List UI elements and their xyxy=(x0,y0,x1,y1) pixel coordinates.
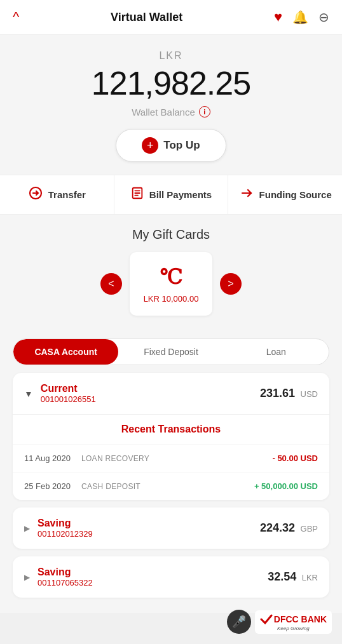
notifications-icon[interactable]: 🔔 xyxy=(292,10,308,25)
bill-payments-button[interactable]: Bill Payments xyxy=(114,175,229,214)
account-name-2: Saving xyxy=(38,518,260,529)
account-expand-icon-1: ▼ xyxy=(24,389,33,399)
balance-section: LKR 121,982.25 Wallet Balance i + Top Up xyxy=(0,35,342,175)
transaction-amount-1: - 50.00 USD xyxy=(272,453,318,463)
account-info-1: Current 001001026551 xyxy=(41,383,260,404)
account-number-1: 001001026551 xyxy=(41,394,260,404)
account-card-3: ▶ Saving 001107065322 32.54 LKR xyxy=(13,556,329,598)
dfcc-checkmark-icon xyxy=(260,613,273,626)
account-info-3: Saving 001107065322 xyxy=(38,567,268,587)
dfcc-tagline: Keep Growing xyxy=(277,626,310,631)
account-balance-1: 231.61 USD xyxy=(260,387,318,400)
tab-fixed-deposit[interactable]: Fixed Deposit xyxy=(118,339,223,365)
account-expand-icon-2: ▶ xyxy=(24,524,30,533)
header-icons: ♥ 🔔 ⊖ xyxy=(274,9,329,25)
transaction-date-2: 25 Feb 2020 xyxy=(24,481,81,491)
logout-icon[interactable]: ⊖ xyxy=(318,10,329,25)
account-info-2: Saving 001102012329 xyxy=(38,518,260,539)
transfer-button[interactable]: Transfer xyxy=(0,175,114,214)
transfer-icon xyxy=(28,185,43,204)
dfcc-brand-name: DFCC BANK xyxy=(274,615,327,624)
tab-casa-account[interactable]: CASA Account xyxy=(13,339,118,365)
transactions-panel-1: Recent Transactions 11 Aug 2020 LOAN REC… xyxy=(13,414,329,500)
funding-source-button[interactable]: Funding Source xyxy=(228,175,342,214)
gift-card-loader-icon: ℃ xyxy=(160,265,182,289)
back-button[interactable]: ^ xyxy=(13,9,19,25)
account-balance-3: 32.54 LKR xyxy=(268,570,318,584)
favorites-icon[interactable]: ♥ xyxy=(274,9,282,25)
account-name-1: Current xyxy=(41,383,260,394)
transaction-row-1: 11 Aug 2020 LOAN RECOVERY - 50.00 USD xyxy=(13,445,329,473)
gift-card[interactable]: ℃ LKR 10,000.00 xyxy=(130,252,212,316)
bill-payments-icon xyxy=(130,186,144,203)
transfer-label: Transfer xyxy=(48,189,86,200)
transaction-date-1: 11 Aug 2020 xyxy=(24,453,81,463)
account-card-2: ▶ Saving 001102012329 224.32 GBP xyxy=(13,507,329,549)
account-header-2[interactable]: ▶ Saving 001102012329 224.32 GBP xyxy=(13,507,329,549)
funding-source-icon xyxy=(239,185,254,204)
header: ^ Virtual Wallet ♥ 🔔 ⊖ xyxy=(0,0,342,35)
transaction-desc-2: CASH DEPOSIT xyxy=(81,482,254,491)
mic-button[interactable]: 🎤 xyxy=(227,610,251,634)
gift-cards-section: My Gift Cards < ℃ LKR 10,000.00 > xyxy=(0,215,342,328)
account-number-3: 001107065322 xyxy=(38,578,268,587)
account-tabs-section: CASA Account Fixed Deposit Loan xyxy=(0,328,342,365)
gift-card-amount: LKR 10,000.00 xyxy=(144,294,199,304)
page-title: Virtual Wallet xyxy=(111,11,182,24)
dfcc-brand-logo: DFCC BANK Keep Growing xyxy=(255,610,332,634)
balance-label: Wallet Balance i xyxy=(13,106,329,117)
transaction-amount-2: + 50,000.00 USD xyxy=(254,481,318,491)
gift-cards-prev-button[interactable]: < xyxy=(100,273,122,295)
account-tabs: CASA Account Fixed Deposit Loan xyxy=(13,339,329,365)
account-header-3[interactable]: ▶ Saving 001107065322 32.54 LKR xyxy=(13,556,329,598)
balance-info-icon[interactable]: i xyxy=(199,106,210,117)
footer-logo: 🎤 DFCC BANK Keep Growing xyxy=(227,610,332,634)
topup-label: Top Up xyxy=(163,139,200,152)
account-number-2: 001102012329 xyxy=(38,529,260,539)
gift-cards-next-button[interactable]: > xyxy=(220,273,242,295)
topup-button[interactable]: + Top Up xyxy=(116,129,226,162)
account-header-1[interactable]: ▼ Current 001001026551 231.61 USD xyxy=(13,373,329,414)
transaction-row-2: 25 Feb 2020 CASH DEPOSIT + 50,000.00 USD xyxy=(13,473,329,500)
topup-plus-icon: + xyxy=(142,137,158,154)
funding-source-label: Funding Source xyxy=(259,189,332,200)
balance-amount: 121,982.25 xyxy=(13,64,329,102)
tab-loan[interactable]: Loan xyxy=(224,339,329,365)
account-name-3: Saving xyxy=(38,567,268,578)
action-bar: Transfer Bill Payments Funding Source xyxy=(0,175,342,215)
bill-payments-label: Bill Payments xyxy=(149,189,212,200)
gift-cards-title: My Gift Cards xyxy=(13,227,329,242)
transaction-desc-1: LOAN RECOVERY xyxy=(81,454,272,463)
accounts-section: ▼ Current 001001026551 231.61 USD Recent… xyxy=(0,365,342,613)
account-card-1: ▼ Current 001001026551 231.61 USD Recent… xyxy=(13,373,329,500)
account-expand-icon-3: ▶ xyxy=(24,573,30,582)
gift-cards-row: < ℃ LKR 10,000.00 > xyxy=(13,252,329,316)
account-balance-2: 224.32 GBP xyxy=(260,521,318,535)
transactions-title-1: Recent Transactions xyxy=(13,415,329,445)
balance-currency: LKR xyxy=(13,50,329,62)
